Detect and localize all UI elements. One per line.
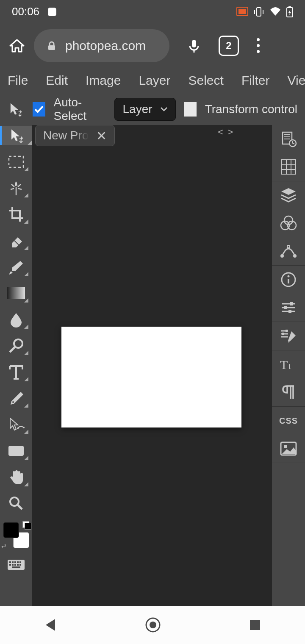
svg-point-16: [23, 427, 25, 428]
options-bar: Auto-Select Layer Transform control: [0, 93, 305, 125]
gradient-tool[interactable]: [4, 284, 28, 303]
tab-count-button[interactable]: 2: [219, 36, 239, 56]
mic-icon[interactable]: [186, 38, 202, 53]
vibrate-icon: [253, 7, 264, 17]
svg-point-15: [17, 427, 19, 429]
svg-point-45: [280, 254, 284, 258]
lock-icon: [47, 41, 57, 51]
menu-select[interactable]: Select: [188, 73, 223, 88]
layer-dropdown-label: Layer: [122, 103, 152, 116]
svg-point-46: [293, 254, 297, 258]
eraser-tool[interactable]: [4, 231, 28, 250]
canvas[interactable]: [61, 327, 241, 427]
svg-rect-31: [12, 566, 20, 568]
document-tab-label: New Proj: [43, 129, 89, 142]
wand-tool[interactable]: [4, 179, 28, 197]
browser-menu-icon[interactable]: [257, 38, 260, 53]
shape-tool[interactable]: [4, 441, 28, 460]
menu-layer[interactable]: Layer: [139, 73, 170, 88]
svg-point-12: [14, 339, 22, 348]
dodge-tool[interactable]: [4, 336, 28, 355]
swap-colors-icon[interactable]: ⇄: [1, 542, 6, 549]
toolbar: ⇄: [0, 125, 32, 606]
svg-point-14: [12, 401, 14, 403]
svg-rect-6: [288, 6, 291, 8]
svg-rect-24: [17, 561, 19, 563]
marquee-tool[interactable]: [4, 153, 28, 171]
foreground-color-swatch[interactable]: [3, 522, 19, 538]
paragraph-panel-icon[interactable]: [280, 383, 297, 401]
home-button[interactable]: [144, 616, 161, 633]
svg-rect-55: [284, 306, 287, 309]
history-panel-icon[interactable]: [280, 130, 297, 148]
url-text: photopea.com: [65, 39, 146, 53]
recent-button[interactable]: [249, 619, 261, 631]
svg-point-67: [150, 622, 156, 628]
svg-rect-56: [288, 310, 291, 313]
info-panel-icon[interactable]: [280, 271, 297, 289]
svg-rect-28: [14, 564, 16, 566]
system-nav-bar: [0, 606, 305, 644]
svg-rect-22: [12, 561, 14, 563]
transform-controls-checkbox[interactable]: [184, 102, 197, 117]
cast-icon: [236, 7, 248, 17]
battery-icon: [286, 6, 293, 17]
zoom-tool[interactable]: [4, 494, 28, 513]
tool-presets-panel-icon[interactable]: [280, 327, 297, 345]
svg-rect-60: [286, 330, 288, 332]
document-tab[interactable]: New Proj ✕: [35, 125, 115, 146]
svg-point-47: [287, 245, 290, 248]
browser-bar: photopea.com 2: [0, 23, 305, 68]
svg-rect-29: [17, 564, 19, 566]
status-bar: 00:06: [0, 0, 305, 23]
layers-panel-icon[interactable]: [280, 186, 297, 204]
image-assets-panel-icon[interactable]: [280, 440, 297, 458]
auto-select-checkbox[interactable]: [33, 102, 45, 117]
hand-tool[interactable]: [4, 468, 28, 486]
svg-rect-2: [257, 8, 261, 16]
pen-tool[interactable]: [4, 389, 28, 408]
svg-rect-68: [250, 620, 260, 630]
url-bar[interactable]: photopea.com: [34, 29, 169, 62]
paths-panel-icon[interactable]: [280, 242, 297, 260]
svg-text:T: T: [280, 358, 288, 372]
brush-tool[interactable]: [4, 258, 28, 276]
home-icon[interactable]: [8, 37, 25, 54]
crop-tool[interactable]: [4, 205, 28, 224]
menu-view[interactable]: View: [288, 73, 305, 88]
move-tool[interactable]: [0, 126, 32, 145]
clock: 00:06: [12, 5, 39, 18]
swatches-panel-icon[interactable]: [280, 158, 297, 176]
right-panels: Tt CSS: [272, 125, 305, 606]
character-panel-icon[interactable]: Tt: [280, 355, 297, 373]
code-toggle-icon[interactable]: < >: [218, 127, 234, 138]
blur-tool[interactable]: [4, 310, 28, 329]
svg-point-49: [288, 275, 290, 278]
menu-edit[interactable]: Edit: [46, 73, 68, 88]
canvas-area[interactable]: < > New Proj ✕: [32, 125, 272, 606]
svg-rect-37: [281, 160, 296, 174]
menu-filter[interactable]: Filter: [241, 73, 270, 88]
svg-text:t: t: [288, 361, 291, 371]
text-tool[interactable]: [4, 363, 28, 381]
svg-line-13: [10, 347, 15, 352]
color-swatches[interactable]: ⇄: [3, 522, 29, 548]
chevron-down-icon: [160, 107, 168, 112]
menu-file[interactable]: File: [8, 73, 28, 88]
layer-dropdown[interactable]: Layer: [114, 98, 175, 121]
css-panel-icon[interactable]: CSS: [280, 412, 297, 430]
svg-rect-8: [192, 40, 196, 47]
svg-rect-54: [290, 302, 293, 305]
keyboard-icon[interactable]: [7, 559, 25, 570]
svg-line-19: [18, 505, 22, 509]
back-button[interactable]: [44, 618, 57, 632]
app-menu-bar: File Edit Image Layer Select Filter View…: [0, 68, 305, 93]
close-tab-icon[interactable]: ✕: [96, 128, 107, 143]
transform-controls-label: Transform control: [205, 103, 297, 116]
channels-panel-icon[interactable]: [280, 214, 297, 232]
svg-rect-7: [48, 45, 55, 50]
svg-point-65: [284, 445, 287, 448]
adjustments-panel-icon[interactable]: [280, 299, 297, 316]
menu-image[interactable]: Image: [86, 73, 121, 88]
path-select-tool[interactable]: [4, 415, 28, 434]
